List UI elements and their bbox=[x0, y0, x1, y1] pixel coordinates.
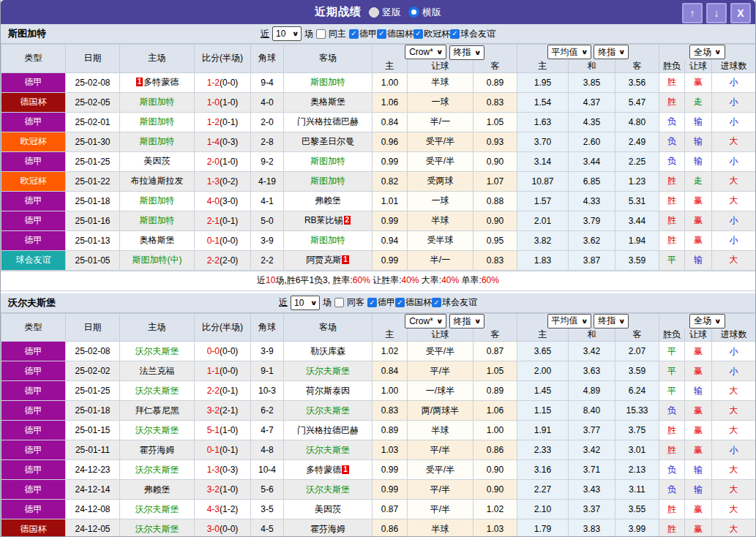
checked-checkbox-icon[interactable]: ✓ bbox=[413, 29, 423, 39]
match-row: 德甲 25-01-25 美因茨 2-0(1-0) 9-2 斯图加特 0.99 受… bbox=[1, 151, 756, 171]
away-team: 霍芬海姆 bbox=[284, 519, 373, 537]
match-date: 25-01-30 bbox=[66, 132, 120, 151]
layout-option-vertical[interactable]: 竖版 bbox=[369, 6, 401, 19]
move-up-button[interactable]: ↑ bbox=[682, 3, 703, 23]
league-filter-checkbox[interactable]: ✓德甲 bbox=[349, 28, 377, 40]
unchecked-checkbox-icon[interactable] bbox=[334, 298, 344, 307]
section-header: 沃尔夫斯堡 近 10∨ 场 同客 ✓德甲✓德国杯✓球会友谊 bbox=[1, 293, 755, 313]
result-handicap: 赢 bbox=[685, 440, 712, 460]
crow-handicap: 受平/半 bbox=[408, 460, 474, 480]
league-filter-checkbox[interactable]: ✓德国杯 bbox=[377, 28, 413, 40]
checked-checkbox-icon[interactable]: ✓ bbox=[395, 298, 405, 307]
crow-home-odds: 1.06 bbox=[373, 92, 408, 112]
same-venue-checkbox[interactable]: 同主 bbox=[316, 28, 346, 40]
full-match-select[interactable]: 全场∨ bbox=[689, 314, 725, 328]
league-filter-checkbox[interactable]: ✓球会友谊 bbox=[450, 28, 495, 40]
window-title: 近期战绩 bbox=[315, 5, 362, 19]
crow-handicap: 一/球半 bbox=[408, 381, 474, 401]
bookmaker-select[interactable]: Crow*∨ bbox=[405, 314, 446, 328]
crow-home-odds: 0.99 bbox=[373, 250, 408, 270]
checked-checkbox-icon[interactable]: ✓ bbox=[377, 29, 386, 39]
recent-link[interactable]: 近 bbox=[261, 28, 269, 40]
checked-checkbox-icon[interactable]: ✓ bbox=[367, 298, 377, 307]
league-filter-checkbox[interactable]: ✓德国杯 bbox=[395, 296, 432, 309]
final-odds-select-left[interactable]: 终指∨ bbox=[449, 45, 484, 60]
match-row: 德甲 25-01-16 斯图加特 2-1(0-1) 5-0 RB莱比锡2 0.9… bbox=[1, 211, 756, 230]
corner-score: 3-9 bbox=[251, 342, 284, 361]
result-wdl: 胜 bbox=[659, 171, 685, 191]
layout-option-horizontal[interactable]: 横版 bbox=[408, 6, 441, 19]
avg-home-odds: 3.70 bbox=[517, 132, 569, 151]
avg-home-odds: 3.14 bbox=[517, 151, 569, 171]
same-venue-checkbox[interactable]: 同客 bbox=[334, 296, 364, 309]
result-goals: 大 bbox=[712, 500, 756, 519]
league-badge: 德国杯 bbox=[1, 519, 66, 537]
col-corner: 角球 bbox=[251, 45, 284, 73]
average-select[interactable]: 平均值∨ bbox=[547, 314, 591, 328]
radio-unselected-icon[interactable] bbox=[369, 7, 379, 18]
league-filter-checkbox[interactable]: ✓德甲 bbox=[367, 296, 395, 309]
result-handicap: 输 bbox=[685, 480, 712, 500]
match-count-select[interactable]: 10∨ bbox=[272, 26, 302, 41]
away-team: 勒沃库森 bbox=[284, 342, 373, 361]
col-crow-home: 主 bbox=[373, 328, 408, 342]
recent-link[interactable]: 近 bbox=[279, 296, 288, 309]
avg-away-odds: 6.24 bbox=[615, 381, 659, 401]
league-filter-checkbox[interactable]: ✓球会友谊 bbox=[432, 296, 477, 309]
avg-away-odds: 3.59 bbox=[615, 250, 659, 270]
result-goals: 小 bbox=[712, 440, 756, 460]
checked-checkbox-icon[interactable]: ✓ bbox=[450, 29, 460, 39]
away-team: 门兴格拉德巴赫 bbox=[284, 421, 373, 440]
avg-draw-odds: 4.33 bbox=[569, 191, 615, 211]
match-score: 2-2(0-1) bbox=[195, 381, 251, 401]
result-wdl: 胜 bbox=[659, 72, 685, 92]
avg-draw-odds: 3.71 bbox=[569, 460, 615, 480]
radio-selected-icon[interactable] bbox=[408, 7, 419, 18]
checked-checkbox-icon[interactable]: ✓ bbox=[432, 298, 441, 307]
bookmaker-select[interactable]: Crow*∨ bbox=[405, 45, 446, 59]
avg-draw-odds: 3.62 bbox=[569, 230, 615, 250]
match-date: 25-01-05 bbox=[66, 250, 120, 270]
league-filter-checkbox[interactable]: ✓欧冠杯 bbox=[413, 28, 450, 40]
final-odds-select-mid[interactable]: 终指∨ bbox=[594, 45, 629, 59]
checked-checkbox-icon[interactable]: ✓ bbox=[349, 29, 359, 39]
results-table: 类型 日期 主场 比分(半场) 角球 客场 Crow*∨ 终指∨ 平均值∨ 终指… bbox=[1, 313, 756, 537]
result-wdl: 平 bbox=[659, 250, 685, 270]
league-badge: 德甲 bbox=[1, 500, 66, 519]
close-button[interactable]: X bbox=[730, 3, 751, 23]
result-goals: 小 bbox=[712, 342, 756, 361]
crow-handicap: 半/一 bbox=[408, 250, 474, 270]
move-down-button[interactable]: ↓ bbox=[706, 3, 727, 23]
avg-home-odds: 3.65 bbox=[517, 342, 569, 361]
final-odds-select-left[interactable]: 终指∨ bbox=[449, 314, 484, 328]
crow-handicap: 平/半 bbox=[408, 440, 474, 460]
average-select[interactable]: 平均值∨ bbox=[547, 45, 591, 59]
league-filter-label: 德甲 bbox=[359, 28, 377, 40]
match-row: 德甲 25-01-18 斯图加特 4-0(3-0) 4-1 弗赖堡 1.01 一… bbox=[1, 191, 756, 211]
full-match-select[interactable]: 全场∨ bbox=[689, 45, 725, 59]
result-handicap: 赢 bbox=[685, 342, 712, 361]
match-row: 德甲 25-02-02 法兰克福 1-1(0-0) 9-1 沃尔夫斯堡 0.84… bbox=[1, 361, 756, 381]
match-date: 24-12-23 bbox=[66, 460, 120, 480]
crow-away-odds: 0.86 bbox=[474, 440, 517, 460]
match-date: 25-01-22 bbox=[66, 171, 120, 191]
result-handicap: 赢 bbox=[685, 230, 712, 250]
match-count-select[interactable]: 10∨ bbox=[291, 296, 320, 310]
final-odds-select-mid[interactable]: 终指∨ bbox=[594, 314, 629, 328]
match-row: 德甲 25-01-18 拜仁慕尼黑 3-2(2-1) 6-2 沃尔夫斯堡 0.8… bbox=[1, 401, 756, 421]
col-result-wdl: 胜负 bbox=[659, 328, 685, 342]
match-date: 25-01-16 bbox=[66, 211, 120, 230]
result-goals: 小 bbox=[712, 112, 756, 132]
match-score: 2-1(0-1) bbox=[195, 211, 251, 230]
corner-score: 4-19 bbox=[251, 171, 284, 191]
match-score: 2-0(1-0) bbox=[195, 151, 251, 171]
radio-vertical-label: 竖版 bbox=[382, 6, 401, 19]
col-avg-home: 主 bbox=[517, 328, 569, 342]
match-date: 24-12-05 bbox=[66, 519, 120, 537]
col-avg-home: 主 bbox=[517, 60, 569, 73]
result-goals: 大 bbox=[712, 381, 756, 401]
home-team: 斯图加特 bbox=[120, 211, 195, 230]
league-filter-label: 欧冠杯 bbox=[424, 28, 450, 40]
crow-away-odds: 0.90 bbox=[474, 211, 517, 230]
unchecked-checkbox-icon[interactable] bbox=[316, 29, 326, 39]
